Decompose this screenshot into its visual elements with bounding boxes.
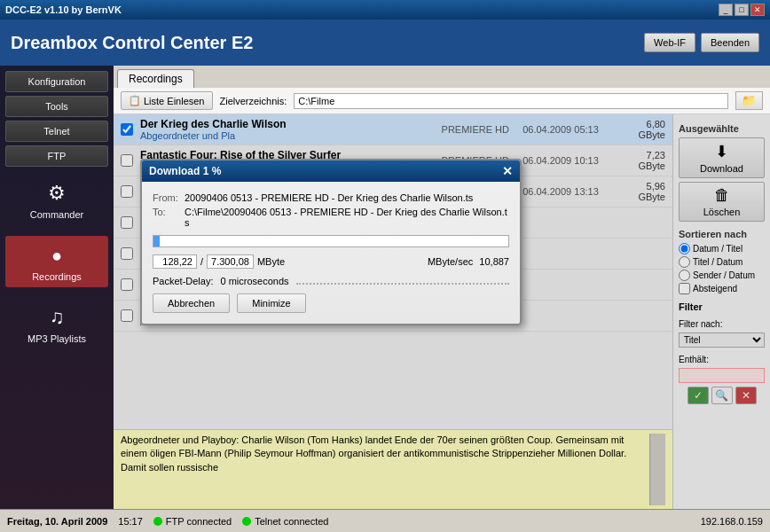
dialog-overlay: Download 1 % ✕ From: 20090406 0513 - PRE… [114, 114, 770, 509]
to-label: To: [153, 207, 179, 228]
title-bar-text: DCC-E2 v1.10 by BernVK [5, 4, 122, 15]
from-value: 20090406 0513 - PREMIERE HD - Der Krieg … [185, 192, 509, 203]
progress-unit: MByte [257, 256, 285, 267]
minimize-button[interactable]: Minimize [237, 293, 305, 313]
dialog-body: From: 20090406 0513 - PREMIERE HD - Der … [142, 182, 520, 324]
sidebar-item-konfiguration[interactable]: Konfiguration [5, 71, 108, 92]
status-time: 15:17 [118, 516, 143, 527]
progress-current: 128,22 [153, 254, 197, 269]
minimize-button[interactable]: _ [719, 4, 733, 16]
zielverzeichnis-label: Zielverzeichnis: [220, 96, 287, 106]
mp3-icon: ♫ [43, 303, 71, 332]
packet-row: Packet-Delay: 0 microseconds [153, 276, 509, 286]
liste-einlesen-button[interactable]: 📋 Liste Einlesen [121, 91, 213, 110]
recordings-label: Recordings [32, 271, 82, 282]
status-date: Freitag, 10. April 2009 [7, 516, 107, 527]
from-label: From: [153, 192, 179, 203]
main-header: Dreambox Control Center E2 Web-IF Beende… [0, 20, 770, 66]
tab-bar: Recordings [114, 66, 770, 88]
sidebar-item-telnet[interactable]: Telnet [5, 121, 108, 142]
to-value: C:\Filme\20090406 0513 - PREMIERE HD - D… [185, 207, 509, 228]
packet-delay-label: Packet-Delay: [153, 276, 213, 286]
sidebar-item-mp3playlists[interactable]: ♫ MP3 Playlists [5, 298, 108, 349]
beenden-button[interactable]: Beenden [701, 33, 759, 52]
close-button[interactable]: ✕ [750, 4, 765, 16]
progress-total: 7.300,08 [207, 254, 254, 269]
dialog-close-button[interactable]: ✕ [502, 164, 513, 178]
title-bar-controls: _ □ ✕ [719, 4, 765, 16]
zielverzeichnis-input[interactable] [294, 93, 728, 109]
speed-info: MByte/sec 10,887 [428, 256, 509, 267]
progress-numbers: 128,22 / 7.300,08 MByte [153, 254, 285, 269]
commander-icon: ⚙ [43, 179, 71, 207]
ftp-status-text: FTP connected [166, 516, 232, 527]
progress-bar-container [153, 235, 509, 247]
toolbar: 📋 Liste Einlesen Zielverzeichnis: 📁 [114, 88, 770, 114]
ftp-status-dot [153, 517, 162, 526]
from-row: From: 20090406 0513 - PREMIERE HD - Der … [153, 192, 509, 203]
download-dialog: Download 1 % ✕ From: 20090406 0513 - PRE… [140, 159, 522, 325]
packet-delay-value: 0 microseconds [220, 276, 288, 286]
dialog-title-bar: Download 1 % ✕ [142, 160, 520, 182]
commander-label: Commander [30, 209, 84, 220]
speed-value: 10,887 [479, 256, 509, 267]
header-buttons: Web-IF Beenden [644, 33, 759, 52]
web-if-button[interactable]: Web-IF [644, 33, 695, 52]
ftp-status: FTP connected [153, 516, 232, 527]
sidebar-item-commander[interactable]: ⚙ Commander [5, 174, 108, 225]
recordings-icon: ● [43, 241, 71, 270]
progress-bar-fill [153, 236, 160, 246]
main-layout: Konfiguration Tools Telnet FTP ⚙ Command… [0, 66, 770, 509]
sidebar-item-recordings[interactable]: ● Recordings [5, 236, 108, 287]
telnet-status-text: Telnet connected [255, 516, 328, 527]
folder-button[interactable]: 📁 [735, 91, 763, 110]
speed-label: MByte/sec [428, 256, 473, 267]
telnet-status-dot [242, 517, 251, 526]
sidebar: Konfiguration Tools Telnet FTP ⚙ Command… [0, 66, 114, 509]
sidebar-item-ftp[interactable]: FTP [5, 145, 108, 167]
to-row: To: C:\Filme\20090406 0513 - PREMIERE HD… [153, 207, 509, 228]
status-bar: Freitag, 10. April 2009 15:17 FTP connec… [0, 509, 770, 532]
status-ip: 192.168.0.159 [701, 516, 763, 527]
progress-slash: / [200, 256, 203, 267]
dialog-buttons: Abbrechen Minimize [153, 293, 509, 313]
main-content: Recordings 📋 Liste Einlesen Zielverzeich… [114, 66, 770, 509]
dialog-title: Download 1 % [149, 165, 221, 177]
app-title: Dreambox Control Center E2 [11, 33, 253, 53]
list-icon: 📋 [129, 95, 141, 106]
progress-stats: 128,22 / 7.300,08 MByte MByte/sec 10,887 [153, 254, 509, 269]
sidebar-item-tools[interactable]: Tools [5, 96, 108, 117]
mp3-label: MP3 Playlists [28, 333, 86, 344]
title-bar: DCC-E2 v1.10 by BernVK _ □ ✕ [0, 0, 770, 20]
packet-dots [296, 278, 509, 285]
telnet-status: Telnet connected [242, 516, 328, 527]
abbrechen-button[interactable]: Abbrechen [153, 293, 230, 313]
maximize-button[interactable]: □ [735, 4, 749, 16]
tab-recordings[interactable]: Recordings [117, 69, 194, 88]
